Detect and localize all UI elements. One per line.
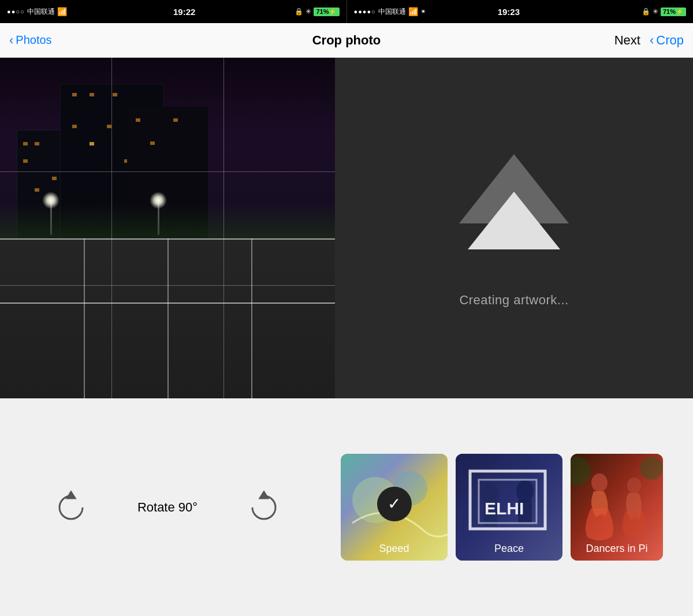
lock-icon-left: 🔒 xyxy=(295,8,303,16)
rotate-ccw-arrow xyxy=(67,492,75,498)
building-light-3 xyxy=(23,159,28,163)
crop-back-chevron-icon: ‹ xyxy=(650,33,654,48)
foliage-2 xyxy=(640,457,663,480)
filter-speed-label: Speed xyxy=(341,543,448,555)
artwork-logo xyxy=(456,148,572,275)
building-light-16 xyxy=(150,141,155,145)
dancer-1-skirt xyxy=(586,509,613,540)
status-bar-container: ●●○○ 中国联通 📶 19:22 🔒 ✳ 71%⚡ ●●●●○ 中国联通 📶 … xyxy=(0,0,693,23)
rotate-cw-icon xyxy=(247,490,281,525)
status-left-info-right: ●●●●○ 中国联通 📶 ✴ xyxy=(354,7,426,17)
rotate-ccw-icon xyxy=(54,490,88,525)
bottom-area: Rotate 90° xyxy=(0,398,693,616)
building-light-12 xyxy=(90,142,94,145)
main-content: Creating artwork... xyxy=(0,58,693,398)
status-bar-right-side: ●●●●○ 中国联通 📶 ✴ 19:23 🔒 ✳ 71%⚡ xyxy=(347,0,694,23)
wifi-icon-right: 📶 xyxy=(408,7,418,16)
dancer-2-head xyxy=(627,477,641,494)
dancer-2-skirt xyxy=(623,512,646,537)
wifi-icon-left: 📶 xyxy=(57,7,67,16)
carrier-right: 中国联通 xyxy=(378,7,406,17)
building-light-7 xyxy=(90,93,94,96)
filter-peace-label: Peace xyxy=(456,543,562,555)
rotate-row: Rotate 90° xyxy=(51,487,284,528)
signal-dots-right: ●●●●○ xyxy=(354,8,376,15)
crop-panel[interactable] xyxy=(0,58,335,398)
check-icon: ✓ xyxy=(388,494,401,513)
status-right-info-left: 🔒 ✳ 71%⚡ xyxy=(295,8,339,16)
battery-right: 71%⚡ xyxy=(661,8,686,16)
rotate-ccw-button[interactable] xyxy=(51,487,91,528)
back-label[interactable]: Photos xyxy=(16,33,51,47)
building-light-1 xyxy=(23,142,28,145)
peace-text: ELHI xyxy=(485,499,524,518)
rotate-cw-button[interactable] xyxy=(244,487,284,528)
dancer-1-head xyxy=(591,473,608,492)
filter-dancers-label: Dancers in Pi xyxy=(571,543,663,555)
back-chevron-icon: ‹ xyxy=(9,33,13,48)
battery-left: 71%⚡ xyxy=(314,8,339,16)
left-toolbar: Rotate 90° xyxy=(0,398,335,616)
next-button[interactable]: Next xyxy=(614,33,640,48)
right-artwork-panel: Creating artwork... xyxy=(335,58,693,398)
time-left: 19:22 xyxy=(173,7,195,17)
bluetooth-icon-right: ✳ xyxy=(653,8,658,16)
nav-left-group[interactable]: ‹ Photos xyxy=(0,33,346,48)
filter-thumb-speed[interactable]: ✓ Speed xyxy=(341,454,448,561)
court-line-center xyxy=(167,238,169,398)
lock-icon-right: 🔒 xyxy=(642,8,650,16)
building-light-11 xyxy=(107,125,111,128)
court-surface xyxy=(0,238,335,398)
nav-right-group: Next ‹ Crop xyxy=(346,33,693,48)
building-light-6 xyxy=(72,93,77,96)
time-right: 19:23 xyxy=(498,7,520,17)
court-line-right xyxy=(251,238,252,398)
filter-thumb-peace[interactable]: ELHI Peace xyxy=(456,454,562,561)
artwork-triangle-svg xyxy=(456,148,572,275)
brightness-icon: ✴ xyxy=(420,8,426,16)
building-light-8 xyxy=(113,93,117,96)
building-light-15 xyxy=(173,118,178,122)
building-light-4 xyxy=(52,177,57,180)
status-bar-left-side: ●●○○ 中国联通 📶 19:22 🔒 ✳ 71%⚡ xyxy=(0,0,346,23)
filter-selected-check: ✓ xyxy=(377,487,412,521)
building-light-10 xyxy=(72,125,77,128)
bluetooth-icon-left: ✳ xyxy=(305,8,311,16)
court-line-left xyxy=(84,238,85,398)
court-scene xyxy=(0,58,335,398)
signal-dots-left: ●●○○ xyxy=(7,8,25,15)
tree-line xyxy=(0,204,335,238)
creating-artwork-text: Creating artwork... xyxy=(459,293,568,308)
nav-bar: ‹ Photos Crop photo Next ‹ Crop xyxy=(0,23,693,58)
rotate-label: Rotate 90° xyxy=(137,500,198,515)
nav-title: Crop photo xyxy=(312,33,381,48)
filter-thumbnails-container: ✓ Speed xyxy=(335,398,693,616)
status-left-info: ●●○○ 中国联通 📶 xyxy=(7,7,67,17)
rotate-cw-arrow xyxy=(260,492,268,498)
building-light-2 xyxy=(35,142,39,145)
carrier-left: 中国联通 xyxy=(27,7,55,17)
building-light-5 xyxy=(35,188,39,192)
filter-thumb-dancers[interactable]: Dancers in Pi xyxy=(571,454,663,561)
status-right-info-right: 🔒 ✳ 71%⚡ xyxy=(642,8,686,16)
crop-button[interactable]: Crop xyxy=(656,33,684,48)
building-light-14 xyxy=(136,118,140,122)
